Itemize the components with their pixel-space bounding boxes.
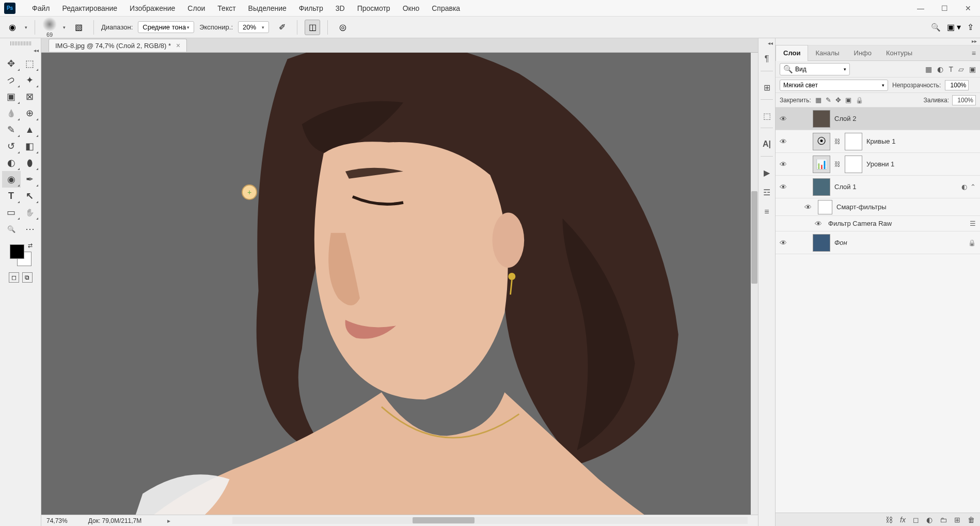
- lasso-tool[interactable]: [2, 72, 21, 88]
- adjustments-panel-icon[interactable]: ☲: [760, 185, 773, 199]
- link-mask-icon[interactable]: ⛓: [834, 138, 841, 145]
- edit-toolbar[interactable]: [21, 221, 39, 237]
- delete-layer-icon[interactable]: 🗑: [968, 516, 975, 524]
- visibility-toggle-icon[interactable]: 👁: [804, 203, 814, 211]
- link-layers-icon[interactable]: ⛓: [886, 516, 893, 524]
- crop-tool[interactable]: [2, 88, 21, 105]
- layer-name[interactable]: Слой 1: [834, 183, 957, 191]
- eyedropper-tool[interactable]: [2, 105, 21, 121]
- filter-type-icon[interactable]: T: [949, 65, 953, 73]
- minimize-button[interactable]: —: [909, 0, 932, 17]
- layer-thumbnail[interactable]: [813, 110, 830, 128]
- smart-filter-item[interactable]: 👁 Фильтр Camera Raw ☰: [776, 216, 980, 231]
- layer-style-icon[interactable]: fx: [900, 516, 906, 524]
- eraser-tool[interactable]: [21, 138, 39, 154]
- vertical-scrollbar[interactable]: [751, 53, 758, 515]
- toolbox-collapse-icon[interactable]: ◂◂: [34, 48, 39, 53]
- pen-tool[interactable]: [21, 171, 39, 188]
- menu-text[interactable]: Текст: [211, 0, 242, 17]
- add-mask-icon[interactable]: ◻: [913, 516, 919, 524]
- range-select[interactable]: Средние тона ▾: [138, 21, 194, 33]
- layer-thumbnail[interactable]: [813, 178, 830, 196]
- menu-3d[interactable]: 3D: [329, 0, 351, 17]
- scrollbar-thumb[interactable]: [413, 517, 475, 523]
- brush-tool[interactable]: [2, 121, 21, 138]
- new-adjustment-icon[interactable]: ◐: [926, 516, 932, 524]
- visibility-toggle-icon[interactable]: 👁: [780, 160, 789, 168]
- styles-panel-icon[interactable]: ≡: [760, 205, 773, 219]
- panel-menu-icon[interactable]: ≡: [972, 49, 976, 57]
- mask-thumbnail[interactable]: [845, 133, 862, 150]
- collapse-panels-icon[interactable]: ▸▸: [776, 38, 980, 45]
- menu-layers[interactable]: Слои: [181, 0, 211, 17]
- layer-name[interactable]: Слой 2: [834, 115, 976, 122]
- layer-name[interactable]: Кривые 1: [866, 137, 976, 145]
- fill-input[interactable]: 100%: [952, 95, 976, 105]
- toolbox-grip[interactable]: [10, 41, 31, 45]
- visibility-toggle-icon[interactable]: 👁: [780, 183, 789, 191]
- menu-help[interactable]: Справка: [425, 0, 466, 17]
- menu-window[interactable]: Окно: [397, 0, 426, 17]
- lock-pixels-icon[interactable]: ✎: [826, 96, 831, 104]
- mask-thumbnail[interactable]: [845, 156, 862, 173]
- layer-row[interactable]: 👁 ⦿ ⛓ Кривые 1: [776, 130, 980, 153]
- protect-tones-toggle[interactable]: ◫: [305, 20, 320, 35]
- move-tool[interactable]: [2, 55, 21, 72]
- menu-file[interactable]: Файл: [26, 0, 56, 17]
- brush-panel-toggle[interactable]: ▧: [71, 20, 86, 35]
- new-layer-icon[interactable]: ⊞: [954, 516, 960, 524]
- status-menu-icon[interactable]: ▸: [167, 517, 170, 524]
- visibility-toggle-icon[interactable]: 👁: [815, 220, 824, 228]
- zoom-tool[interactable]: [2, 221, 21, 237]
- document-tab[interactable]: IMG-8.jpg @ 74,7% (Слой 2, RGB/8) * ×: [49, 39, 187, 52]
- current-tool-icon[interactable]: [6, 21, 19, 34]
- frame-tool[interactable]: [21, 88, 39, 105]
- brush-dropdown-icon[interactable]: ▾: [63, 25, 66, 30]
- filter-shape-icon[interactable]: ▱: [958, 65, 964, 73]
- menu-select[interactable]: Выделение: [242, 0, 293, 17]
- tab-paths[interactable]: Контуры: [879, 45, 920, 61]
- horizontal-scrollbar[interactable]: [232, 517, 748, 524]
- layer-filter-select[interactable]: Вид ▾: [780, 63, 850, 75]
- layer-row[interactable]: 👁 Фон: [776, 231, 980, 254]
- status-doc-size[interactable]: Док: 79,0M/211,7M: [88, 517, 142, 524]
- foreground-color[interactable]: [10, 244, 24, 259]
- visibility-toggle-icon[interactable]: 👁: [780, 137, 789, 146]
- opacity-input[interactable]: 100%: [945, 80, 969, 90]
- magic-wand-tool[interactable]: [21, 72, 39, 88]
- path-selection-tool[interactable]: [21, 188, 39, 204]
- tab-info[interactable]: Инфо: [847, 45, 879, 61]
- canvas-viewport[interactable]: +: [41, 53, 758, 515]
- layer-name[interactable]: Уровни 1: [866, 160, 976, 168]
- filter-mask-thumbnail[interactable]: [818, 200, 832, 214]
- tool-preset-dropdown[interactable]: ▾: [25, 25, 27, 30]
- filter-adjustment-icon[interactable]: ◐: [937, 65, 943, 73]
- healing-brush-tool[interactable]: [21, 105, 39, 121]
- quick-mask-toggle[interactable]: ◻: [9, 272, 19, 283]
- lock-position-icon[interactable]: ✥: [835, 96, 841, 104]
- paragraph-panel-icon[interactable]: ¶: [760, 52, 773, 66]
- menu-edit[interactable]: Редактирование: [56, 0, 123, 17]
- adjustment-icon[interactable]: ⦿: [813, 133, 830, 150]
- expand-icon[interactable]: ⌃: [970, 183, 976, 191]
- visibility-toggle-icon[interactable]: 👁: [780, 239, 789, 247]
- search-icon[interactable]: [931, 23, 941, 32]
- filter-smart-icon[interactable]: ▣: [969, 65, 976, 73]
- canvas[interactable]: +: [41, 53, 751, 515]
- filter-pixel-icon[interactable]: ▦: [925, 65, 932, 73]
- expand-panels-icon[interactable]: ◂◂: [768, 40, 773, 46]
- workspace-switcher[interactable]: ▣ ▾: [947, 22, 961, 32]
- gradient-tool[interactable]: [2, 154, 21, 171]
- 3d-panel-icon[interactable]: ⬚: [760, 109, 773, 122]
- layer-name[interactable]: Фильтр Camera Raw: [828, 220, 966, 227]
- clone-stamp-tool[interactable]: [21, 121, 39, 138]
- menu-filter[interactable]: Фильтр: [293, 0, 329, 17]
- hand-tool[interactable]: [21, 204, 39, 221]
- layer-name[interactable]: Фон: [834, 239, 964, 246]
- blur-tool[interactable]: [21, 154, 39, 171]
- lock-artboard-icon[interactable]: ▣: [845, 96, 851, 104]
- smart-filters-row[interactable]: 👁 Смарт-фильтры: [776, 198, 980, 216]
- scrollbar-thumb[interactable]: [751, 191, 757, 284]
- rectangle-tool[interactable]: [2, 204, 21, 221]
- airbrush-toggle[interactable]: ✐: [274, 20, 290, 35]
